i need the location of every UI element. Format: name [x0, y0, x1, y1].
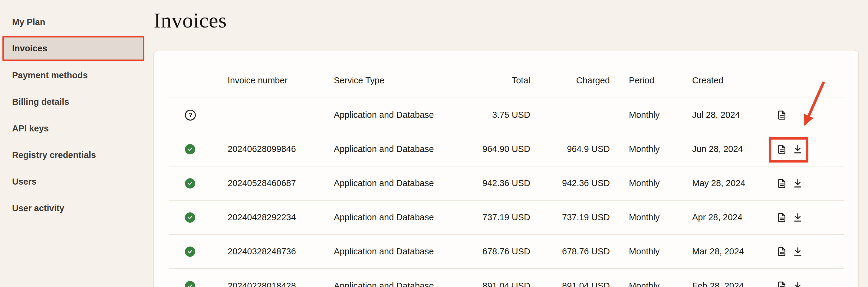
help-glyph: ? [188, 111, 192, 119]
invoices-card: Invoice number Service Type Total Charge… [153, 50, 859, 287]
status-pending-help-icon[interactable]: ? [185, 110, 196, 120]
header-invoice-number: Invoice number [227, 75, 334, 85]
cell-created: Mar 28, 2024 [692, 247, 769, 256]
cell-created: Jul 28, 2024 [692, 110, 769, 120]
sidebar-item-label: Invoices [12, 43, 47, 53]
invoice-row: ? Application and Database 3.75 USD Mont… [168, 98, 844, 132]
cell-period: Monthly [610, 110, 692, 120]
cell-service-type: Application and Database [334, 144, 456, 154]
sidebar-item-payment-methods[interactable]: Payment methods [0, 62, 153, 88]
invoice-document-icon[interactable] [776, 108, 788, 122]
header-created: Created [692, 75, 769, 85]
sidebar-item-label: User activity [12, 203, 64, 213]
page-title: Invoices [154, 8, 227, 33]
cell-total: 3.75 USD [492, 110, 530, 120]
cell-charged: 942.36 USD [562, 178, 610, 188]
cell-total: 678.76 USD [483, 247, 530, 256]
download-invoice-icon[interactable] [792, 177, 804, 190]
header-period: Period [610, 75, 692, 85]
cell-invoice-number: 20240428292234 [227, 212, 334, 222]
sidebar-item-billing-details[interactable]: Billing details [0, 88, 153, 115]
sidebar-item-label: API keys [12, 123, 49, 134]
cell-charged: 891.04 USD [562, 281, 610, 287]
status-cell [168, 247, 227, 257]
cell-total: 891.04 USD [483, 281, 530, 287]
cell-service-type: Application and Database [334, 178, 456, 188]
download-invoice-icon[interactable] [792, 143, 804, 156]
sidebar-item-label: Registry credentials [12, 150, 96, 160]
cell-service-type: Application and Database [334, 110, 456, 120]
cell-period: Monthly [610, 178, 692, 188]
status-paid-check-icon [185, 281, 195, 287]
sidebar-item-users[interactable]: Users [0, 168, 153, 195]
cell-created: Feb 28, 2024 [692, 281, 769, 287]
actions-cell [769, 143, 844, 156]
sidebar-item-label: Payment methods [12, 70, 88, 80]
cell-total: 964.90 USD [483, 144, 530, 154]
status-cell [168, 281, 227, 287]
status-cell: ? [168, 110, 227, 120]
cell-invoice-number: 20240528460687 [227, 178, 334, 188]
status-paid-check-icon [185, 247, 195, 257]
status-cell [168, 178, 227, 188]
cell-period: Monthly [610, 247, 692, 256]
invoice-document-icon[interactable] [776, 280, 788, 287]
cell-created: Apr 28, 2024 [692, 212, 769, 222]
header-total: Total [512, 75, 530, 85]
download-invoice-icon[interactable] [792, 280, 804, 287]
sidebar-item-label: My Plan [12, 17, 45, 27]
cell-charged: 737.19 USD [562, 212, 610, 222]
status-paid-check-icon [185, 212, 195, 223]
sidebar-item-label: Users [12, 177, 37, 187]
invoice-row: 20240428292234 Application and Database … [168, 201, 844, 235]
cell-invoice-number: 20240228018428 [227, 281, 334, 287]
sidebar-item-registry-credentials[interactable]: Registry credentials [0, 142, 153, 168]
cell-created: May 28, 2024 [692, 178, 769, 188]
cell-created: Jun 28, 2024 [692, 144, 769, 154]
header-service-type: Service Type [334, 75, 456, 85]
status-cell [168, 212, 227, 223]
actions-cell [769, 245, 844, 258]
download-invoice-icon[interactable] [792, 245, 804, 258]
cell-service-type: Application and Database [334, 212, 456, 222]
invoice-document-icon[interactable] [776, 211, 788, 224]
sidebar-item-invoices[interactable]: Invoices [2, 36, 144, 61]
status-paid-check-icon [185, 178, 195, 188]
download-invoice-icon[interactable] [792, 211, 804, 224]
cell-charged: 964.9 USD [567, 144, 610, 154]
invoice-row: 20240628099846 Application and Database … [168, 132, 844, 167]
cell-service-type: Application and Database [334, 281, 456, 287]
cell-invoice-number: 20240328248736 [227, 247, 334, 256]
invoice-row: 20240228018428 Application and Database … [168, 269, 844, 287]
sidebar-item-api-keys[interactable]: API keys [0, 115, 153, 142]
invoice-document-icon[interactable] [776, 245, 788, 258]
sidebar-item-user-activity[interactable]: User activity [0, 195, 153, 221]
settings-sidebar: My Plan Invoices Payment methods Billing… [0, 0, 153, 287]
status-cell [168, 144, 227, 154]
cell-total: 942.36 USD [483, 178, 530, 188]
cell-charged: 678.76 USD [562, 247, 610, 256]
cell-period: Monthly [610, 212, 692, 222]
sidebar-item-label: Billing details [12, 97, 69, 107]
actions-cell [769, 280, 844, 287]
invoice-document-icon[interactable] [776, 143, 788, 156]
table-header-row: Invoice number Service Type Total Charge… [168, 50, 844, 98]
cell-invoice-number: 20240628099846 [227, 144, 334, 154]
actions-cell [769, 177, 844, 190]
cell-total: 737.19 USD [483, 212, 530, 222]
actions-cell [769, 108, 844, 122]
invoice-row: 20240328248736 Application and Database … [168, 235, 844, 269]
actions-cell [769, 211, 844, 224]
cell-period: Monthly [610, 144, 692, 154]
status-paid-check-icon [185, 144, 195, 154]
sidebar-item-my-plan[interactable]: My Plan [0, 9, 153, 35]
cell-period: Monthly [610, 281, 692, 287]
invoice-document-icon[interactable] [776, 177, 788, 190]
header-charged: Charged [576, 75, 610, 85]
cell-service-type: Application and Database [334, 247, 456, 256]
invoice-row: 20240528460687 Application and Database … [168, 167, 844, 201]
